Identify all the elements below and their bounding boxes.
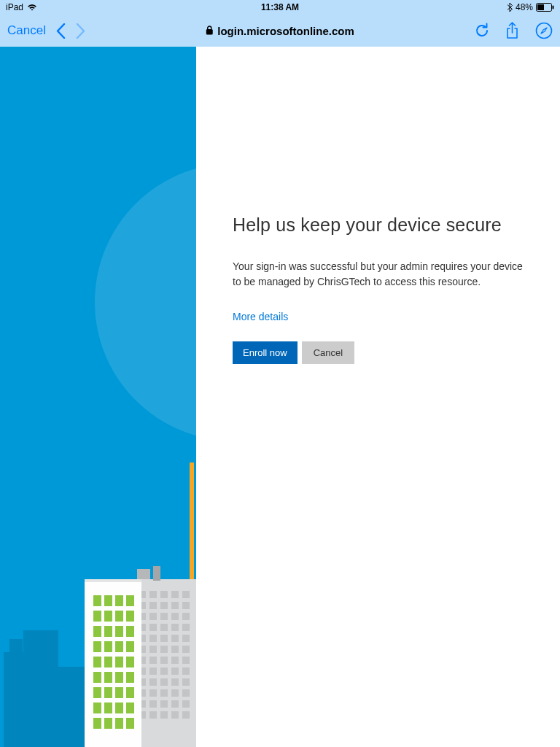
back-button[interactable] [56,23,66,39]
svg-point-4 [537,23,552,39]
lock-icon [206,25,213,37]
battery-percentage: 48% [516,2,533,12]
svg-rect-2 [553,6,554,9]
battery-icon [536,3,554,12]
cancel-enroll-button[interactable]: Cancel [302,341,354,364]
ios-status-bar: iPad 11:38 AM 48% [0,0,560,15]
main-panel: Help us keep your device secure Your sig… [196,47,560,747]
wifi-icon [27,4,37,11]
reload-button[interactable] [475,23,489,39]
cancel-button[interactable]: Cancel [7,23,46,38]
enroll-now-button[interactable]: Enroll now [233,341,298,364]
svg-rect-1 [537,4,544,10]
url-bar[interactable]: login.microsoftonline.com [206,25,354,37]
description-text: Your sign-in was successful but your adm… [233,259,524,290]
bluetooth-icon [507,3,513,12]
safari-toolbar: Cancel login.microsoftonline.com [0,15,560,47]
forward-button[interactable] [76,23,85,39]
page-title: Help us keep your device secure [233,214,524,236]
safari-compass-icon[interactable] [535,22,553,39]
share-button[interactable] [505,22,519,40]
svg-rect-3 [206,29,213,35]
illustration-sidebar [0,47,196,747]
more-details-link[interactable]: More details [233,311,288,322]
url-text: login.microsoftonline.com [217,25,354,37]
device-name: iPad [6,2,23,12]
clock: 11:38 AM [261,2,299,12]
